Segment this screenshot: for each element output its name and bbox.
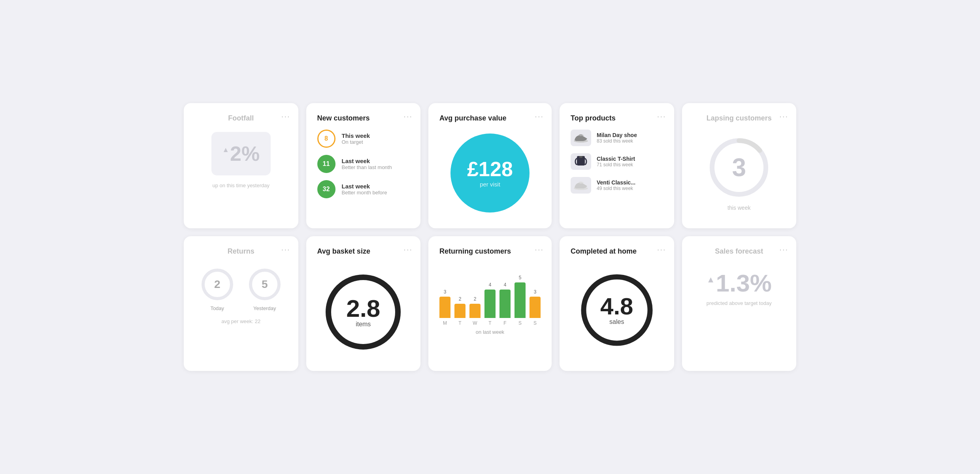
bar-col: 2 [469, 296, 481, 318]
customer-label-2: Last week [342, 158, 392, 164]
completed-at-home-card: ... Completed at home 4.8 sales [560, 236, 674, 371]
bar-chart: 3224453 [439, 267, 541, 318]
bar-col: 4 [499, 282, 511, 318]
customer-label-1: This week [342, 132, 370, 139]
sales-forecast-card: ... Sales forecast ▲ 1.3% predicted abov… [682, 236, 797, 371]
bar-top-label: 3 [534, 289, 537, 295]
lapsing-title: Lapsing customers [693, 114, 786, 122]
lapsing-card: ... Lapsing customers 3 this week [682, 103, 797, 228]
avg-purchase-value: £128 [467, 159, 513, 179]
completed-title: Completed at home [571, 247, 663, 256]
bar-top-label: 3 [444, 289, 447, 295]
bar [454, 304, 466, 318]
returns-title: Returns [195, 247, 287, 256]
basket-value: 2.8 [346, 296, 380, 321]
returns-yesterday-wrap: 5 Yesterday [247, 267, 283, 311]
forecast-subtitle: predicted above target today [707, 300, 772, 306]
product-name-1: Milan Day shoe [597, 132, 637, 138]
returns-content: 2 Today 5 Yesterday [195, 261, 287, 324]
bar-top-label: 5 [519, 275, 522, 280]
product-row-2: Classic T-Shirt 71 sold this week [571, 153, 663, 170]
chart-content: 3224453 MTWTFSS on last week [439, 263, 541, 335]
footfall-arrow-icon: ▲ [222, 146, 229, 154]
avg-basket-menu[interactable]: ... [403, 243, 413, 252]
avg-basket-title: Avg basket size [317, 247, 410, 256]
bar-col: 2 [454, 296, 466, 318]
product-img-1 [571, 130, 591, 146]
footfall-value: ▲ 2% [222, 142, 260, 166]
bar-top-label: 4 [504, 282, 507, 288]
bar-day-label: M [439, 320, 450, 326]
returns-menu[interactable]: ... [281, 243, 290, 252]
bar-top-label: 2 [474, 296, 477, 302]
dashboard: ... Footfall ▲ 2% up on this time yester… [184, 103, 796, 371]
bar-day-label: T [484, 320, 496, 326]
customer-sub-1: On target [342, 139, 370, 145]
bar-day-label: W [469, 320, 481, 326]
forecast-value: ▲ 1.3% [707, 269, 772, 297]
lapsing-content: 3 this week [693, 128, 786, 219]
avg-purchase-title: Avg purchase value [439, 114, 541, 122]
bar-day-label: T [454, 320, 466, 326]
product-sub-2: 71 sold this week [597, 162, 635, 167]
returning-customers-title: Returning customers [439, 247, 541, 256]
bar-day-label: S [530, 320, 541, 326]
lapsing-menu[interactable]: ... [779, 110, 788, 119]
product-sub-3: 49 sold this week [597, 186, 635, 191]
returns-yesterday-value: 5 [262, 278, 268, 290]
returns-today-wrap: 2 Today [200, 267, 235, 311]
returns-today-circle: 2 [200, 267, 235, 302]
top-products-card: ... Top products Milan Day shoe 83 sold … [560, 103, 674, 228]
bar [499, 290, 511, 318]
chart-subtitle: on last week [439, 329, 541, 335]
bar [469, 304, 481, 318]
bar-col: 5 [514, 275, 526, 318]
footfall-title: Footfall [195, 114, 287, 122]
product-img-2 [571, 153, 591, 170]
completed-menu[interactable]: ... [657, 243, 666, 252]
svg-rect-2 [579, 156, 582, 158]
forecast-content: ▲ 1.3% predicted above target today [693, 261, 786, 314]
returns-yesterday-label: Yesterday [253, 305, 276, 311]
avg-basket-card: ... Avg basket size 2.8 items [306, 236, 421, 371]
product-name-3: Venti Classic... [597, 179, 635, 186]
bar [439, 297, 450, 318]
new-customers-menu[interactable]: ... [403, 110, 413, 119]
customer-row-1: 8 This week On target [317, 130, 410, 148]
completed-content: 4.8 sales [571, 263, 663, 357]
lapsing-subtitle: this week [727, 205, 750, 211]
bar [484, 290, 496, 318]
returns-yesterday-circle: 5 [247, 267, 283, 302]
footfall-card: ... Footfall ▲ 2% up on this time yester… [184, 103, 298, 228]
returns-card: ... Returns 2 Today [184, 236, 298, 371]
product-sub-1: 83 sold this week [597, 138, 637, 144]
lapsing-ring: 3 [707, 136, 771, 199]
avg-purchase-circle: £128 per visit [450, 134, 530, 213]
basket-content: 2.8 items [317, 263, 410, 361]
customer-sub-3: Better month before [342, 190, 387, 196]
new-customers-title: New customers [317, 114, 410, 122]
top-products-menu[interactable]: ... [657, 110, 666, 119]
bar-day-label: F [499, 320, 511, 326]
bar [530, 297, 541, 318]
bar-top-label: 4 [489, 282, 492, 288]
lapsing-value: 3 [732, 155, 746, 180]
customer-badge-1: 8 [317, 130, 335, 148]
footfall-menu[interactable]: ... [281, 110, 290, 119]
sales-forecast-menu[interactable]: ... [779, 243, 788, 252]
sales-forecast-title: Sales forecast [693, 247, 786, 256]
new-customers-card: ... New customers 8 This week On target … [306, 103, 421, 228]
returns-today-value: 2 [214, 278, 220, 290]
avg-purchase-menu[interactable]: ... [535, 110, 544, 119]
bar-day-label: S [514, 320, 526, 326]
returning-customers-menu[interactable]: ... [535, 243, 544, 252]
bar-top-label: 2 [459, 296, 462, 302]
customer-row-3: 32 Last week Better month before [317, 180, 410, 198]
customer-sub-2: Better than last month [342, 164, 392, 170]
completed-value: 4.8 [600, 295, 633, 318]
customer-label-3: Last week [342, 183, 387, 190]
avg-purchase-sub: per visit [480, 181, 500, 188]
basket-ring: 2.8 items [322, 271, 405, 354]
avg-purchase-content: £128 per visit [439, 130, 541, 216]
bar-col: 3 [530, 289, 541, 318]
